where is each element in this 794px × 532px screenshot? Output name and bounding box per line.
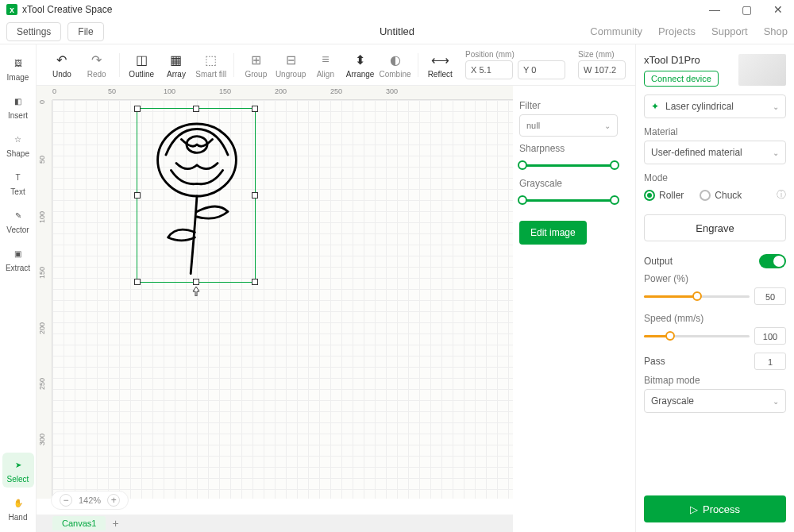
bitmap-select[interactable]: Grayscale⌄ bbox=[644, 389, 786, 413]
image-tool[interactable]: 🖼Image bbox=[2, 51, 34, 86]
array-icon: ▦ bbox=[168, 51, 185, 68]
connect-device-button[interactable]: Connect device bbox=[644, 71, 719, 87]
group-icon: ⊞ bbox=[247, 51, 264, 68]
process-button[interactable]: ▷Process bbox=[644, 495, 786, 522]
support-link[interactable]: Support bbox=[711, 25, 748, 37]
laser-icon: ✦ bbox=[651, 101, 659, 112]
resize-handle[interactable] bbox=[252, 106, 258, 112]
edit-image-button[interactable]: Edit image bbox=[519, 221, 587, 245]
redo-button[interactable]: ↷Redo bbox=[81, 47, 113, 83]
sharpness-slider[interactable] bbox=[519, 159, 618, 172]
settings-button[interactable]: Settings bbox=[6, 22, 61, 41]
position-y-input[interactable]: Y 0 bbox=[518, 60, 565, 79]
extract-tool[interactable]: ▣Extract bbox=[2, 241, 34, 276]
app-title: xTool Creative Space bbox=[22, 4, 112, 15]
rotate-handle[interactable] bbox=[192, 287, 200, 296]
ruler-horizontal: 0 50 100 150 200 250 300 bbox=[52, 86, 513, 100]
smartfill-button[interactable]: ⬚Smart fill bbox=[195, 47, 227, 83]
zoom-level: 142% bbox=[79, 495, 101, 505]
shop-link[interactable]: Shop bbox=[764, 25, 788, 37]
community-link[interactable]: Community bbox=[590, 25, 642, 37]
resize-handle[interactable] bbox=[134, 106, 141, 112]
document-title: Untitled bbox=[380, 25, 414, 37]
app-logo-icon: x bbox=[6, 4, 17, 15]
ungroup-button[interactable]: ⊟Ungroup bbox=[275, 47, 306, 83]
resize-handle[interactable] bbox=[193, 106, 199, 112]
roller-radio[interactable]: Roller bbox=[644, 190, 684, 201]
left-sidebar: 🖼Image ◧Insert ☆Shape TText ✎Vector ▣Ext… bbox=[0, 44, 37, 532]
redo-icon: ↷ bbox=[88, 51, 106, 68]
ungroup-icon: ⊟ bbox=[282, 51, 299, 68]
arrange-icon: ⬍ bbox=[352, 51, 369, 68]
chevron-down-icon: ⌄ bbox=[773, 397, 779, 406]
window-controls: — ▢ ✕ bbox=[699, 0, 794, 19]
processing-type-select[interactable]: ✦Laser cylindrical ⌄ bbox=[644, 94, 786, 118]
maximize-button[interactable]: ▢ bbox=[730, 0, 762, 19]
insert-tool[interactable]: ◧Insert bbox=[2, 89, 34, 124]
speed-input[interactable]: 100 bbox=[754, 327, 786, 345]
arrange-button[interactable]: ⬍Arrange bbox=[345, 47, 376, 83]
image-icon: 🖼 bbox=[10, 56, 26, 71]
combine-button[interactable]: ◐Combine bbox=[379, 47, 410, 83]
sharpness-label: Sharpness bbox=[519, 143, 618, 154]
grayscale-label: Grayscale bbox=[519, 178, 618, 189]
undo-button[interactable]: ↶Undo bbox=[46, 47, 78, 83]
outline-button[interactable]: ◫Outline bbox=[125, 47, 157, 83]
canvas-tab[interactable]: Canvas1 bbox=[52, 516, 106, 530]
zoom-out-button[interactable]: − bbox=[60, 494, 72, 507]
device-name: xTool D1Pro bbox=[644, 54, 719, 66]
text-tool[interactable]: TText bbox=[2, 165, 34, 200]
array-button[interactable]: ▦Array bbox=[160, 47, 192, 83]
grayscale-slider[interactable] bbox=[519, 194, 618, 206]
info-icon[interactable]: ⓘ bbox=[777, 188, 786, 202]
power-input[interactable]: 50 bbox=[754, 287, 786, 305]
select-tool[interactable]: ➤Select bbox=[2, 453, 34, 488]
play-icon: ▷ bbox=[690, 503, 698, 515]
projects-link[interactable]: Projects bbox=[658, 25, 696, 37]
selection-box[interactable] bbox=[137, 108, 256, 283]
resize-handle[interactable] bbox=[252, 279, 258, 285]
vector-icon: ✎ bbox=[10, 208, 26, 224]
material-label: Material bbox=[644, 126, 786, 137]
material-select[interactable]: User-defined material⌄ bbox=[644, 141, 786, 164]
size-w-input[interactable]: W 107.2 bbox=[578, 60, 626, 79]
shape-icon: ☆ bbox=[10, 132, 26, 148]
zoom-in-button[interactable]: + bbox=[107, 494, 120, 507]
hand-tool[interactable]: ✋Hand bbox=[2, 491, 34, 526]
hand-icon: ✋ bbox=[10, 495, 26, 511]
pass-input[interactable]: 1 bbox=[754, 353, 786, 370]
resize-handle[interactable] bbox=[134, 192, 141, 199]
close-button[interactable]: ✕ bbox=[762, 0, 794, 19]
speed-slider[interactable] bbox=[644, 330, 750, 342]
canvas-grid[interactable] bbox=[52, 100, 513, 499]
chevron-down-icon: ⌄ bbox=[604, 121, 611, 130]
minimize-button[interactable]: — bbox=[699, 0, 730, 19]
chevron-down-icon: ⌄ bbox=[773, 102, 779, 111]
add-canvas-button[interactable]: + bbox=[112, 517, 118, 530]
resize-handle[interactable] bbox=[193, 279, 199, 285]
insert-icon: ◧ bbox=[10, 94, 26, 110]
vector-tool[interactable]: ✎Vector bbox=[2, 203, 34, 238]
filter-select[interactable]: null⌄ bbox=[519, 114, 618, 137]
reflect-button[interactable]: ⟷Reflect bbox=[424, 47, 456, 83]
align-button[interactable]: ≡Align bbox=[310, 47, 341, 83]
shape-tool[interactable]: ☆Shape bbox=[2, 127, 34, 162]
image-edit-panel: Filter null⌄ Sharpness Grayscale Edit im… bbox=[513, 86, 624, 253]
power-label: Power (%) bbox=[644, 273, 786, 284]
canvas-area: 0 50 100 150 200 250 300 0 50 100 150 20… bbox=[37, 86, 513, 499]
combine-icon: ◐ bbox=[387, 51, 404, 68]
rose-image[interactable] bbox=[145, 113, 249, 279]
output-toggle[interactable] bbox=[759, 254, 786, 268]
zoom-control: − 142% + bbox=[51, 491, 129, 510]
resize-handle[interactable] bbox=[134, 279, 141, 285]
title-bar: x xTool Creative Space bbox=[0, 0, 794, 19]
power-slider[interactable] bbox=[644, 290, 750, 303]
undo-icon: ↶ bbox=[53, 51, 71, 68]
top-toolbar: ↶Undo ↷Redo ◫Outline ▦Array ⬚Smart fill … bbox=[37, 44, 635, 86]
group-button[interactable]: ⊞Group bbox=[240, 47, 272, 83]
position-x-input[interactable]: X 5.1 bbox=[465, 60, 513, 79]
resize-handle[interactable] bbox=[252, 192, 258, 199]
chuck-radio[interactable]: Chuck bbox=[700, 190, 742, 201]
engrave-button[interactable]: Engrave bbox=[644, 214, 786, 241]
file-button[interactable]: File bbox=[67, 22, 103, 41]
